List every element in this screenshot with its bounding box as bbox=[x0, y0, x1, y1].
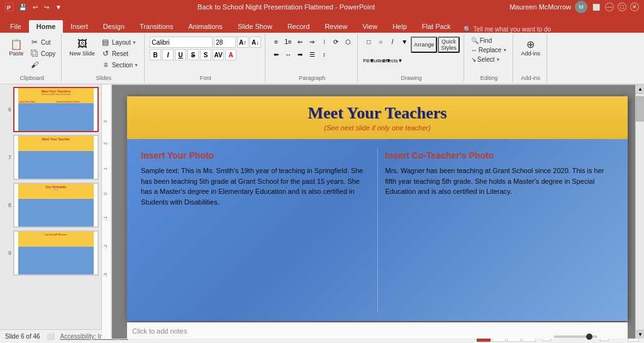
bullets-button[interactable]: ≡ bbox=[270, 37, 282, 47]
new-slide-button[interactable]: 🖼 New Slide bbox=[67, 37, 97, 58]
svg-text:1: 1 bbox=[103, 167, 108, 170]
shapes-row: □ ○ / ▼ Arrange QuickStyles bbox=[363, 37, 460, 53]
slide-7-thumb[interactable]: Meet Your Teacher bbox=[13, 135, 99, 180]
tell-me-box[interactable]: 🔍 Tell me what you want to do bbox=[458, 26, 641, 33]
tab-home[interactable]: Home bbox=[29, 20, 64, 33]
decrease-indent-button[interactable]: ⇐ bbox=[294, 37, 306, 47]
slide-body: Insert Your Photo Sample text: This is M… bbox=[127, 139, 628, 321]
notes-area[interactable]: Click to add notes bbox=[127, 322, 628, 339]
columns-button[interactable]: ⁝ bbox=[318, 37, 330, 47]
tab-insert[interactable]: Insert bbox=[63, 20, 96, 33]
increase-indent-button[interactable]: ⇒ bbox=[306, 37, 318, 47]
oval-button[interactable]: ○ bbox=[375, 37, 386, 47]
tab-slideshow[interactable]: Slide Show bbox=[230, 20, 280, 33]
slide-col2: Insert Co-Teacher's Photo Mrs. Wagner ha… bbox=[378, 145, 622, 315]
tab-view[interactable]: View bbox=[355, 20, 385, 33]
format-painter-button[interactable]: 🖌 bbox=[28, 59, 57, 70]
canvas-area[interactable]: Meet Your Teachers (See next slide if on… bbox=[112, 85, 644, 339]
close-button[interactable]: ✕ bbox=[630, 3, 639, 11]
paste-button[interactable]: 📋 Paste bbox=[6, 37, 26, 58]
slide-9-container: 9 Lunch and Recess bbox=[3, 230, 99, 276]
cut-button[interactable]: ✂ Cut bbox=[28, 37, 57, 48]
tab-animations[interactable]: Animations bbox=[180, 20, 230, 33]
find-button[interactable]: 🔍 Find bbox=[469, 37, 494, 45]
minimize-button[interactable]: — bbox=[605, 3, 614, 11]
shapes-button[interactable]: □ bbox=[363, 37, 374, 47]
reset-button[interactable]: ↺ Reset bbox=[99, 48, 140, 59]
title-bar: P 💾 ↩ ↪ ▼ Back to School Night Presentat… bbox=[0, 0, 644, 14]
decrease-font-button[interactable]: A↓ bbox=[250, 37, 261, 48]
arrange-button[interactable]: Arrange bbox=[411, 37, 437, 53]
v-scroll-up-btn[interactable]: ▲ bbox=[636, 85, 644, 94]
underline-button[interactable]: U bbox=[175, 49, 186, 60]
v-scroll-down-btn[interactable]: ▼ bbox=[636, 330, 644, 339]
increase-font-button[interactable]: A↑ bbox=[237, 37, 248, 48]
user-avatar[interactable]: M bbox=[575, 1, 587, 13]
v-scrollbar[interactable]: ▲ ▼ bbox=[635, 85, 644, 339]
slide-panel[interactable]: 6 Meet Your Teachers (See next slide if … bbox=[0, 84, 102, 329]
align-center-button[interactable]: ↔ bbox=[282, 49, 294, 59]
line-button[interactable]: / bbox=[387, 37, 398, 47]
zoom-thumb[interactable] bbox=[586, 334, 592, 340]
tab-file[interactable]: File bbox=[3, 20, 29, 33]
convert-smartart-button[interactable]: ⬡ bbox=[342, 37, 353, 47]
numbering-button[interactable]: 1≡ bbox=[282, 37, 294, 47]
tab-review[interactable]: Review bbox=[317, 20, 355, 33]
strikethrough-button[interactable]: S bbox=[187, 49, 199, 60]
justify-button[interactable]: ☰ bbox=[306, 49, 318, 59]
qat-redo[interactable]: ↪ bbox=[43, 4, 50, 11]
shape-effects-button[interactable]: Effects▼ bbox=[387, 55, 398, 65]
ribbon-display-options[interactable]: ⬜ bbox=[591, 4, 601, 11]
italic-button[interactable]: I bbox=[162, 49, 174, 60]
tab-help[interactable]: Help bbox=[385, 20, 414, 33]
qat-save[interactable]: 💾 bbox=[18, 4, 28, 11]
accessibility-icon: ⬜ bbox=[47, 333, 54, 340]
new-slide-icon: 🖼 bbox=[76, 38, 89, 50]
replace-button[interactable]: ↔ Replace ▼ bbox=[469, 46, 509, 54]
tab-flatpack[interactable]: Flat Pack bbox=[414, 20, 458, 33]
line-spacing-button[interactable]: ↕ bbox=[318, 49, 330, 59]
slide-8-thumb[interactable]: Our Schedule ⏰ bbox=[13, 183, 99, 228]
font-color-button[interactable]: A bbox=[225, 49, 236, 60]
align-right-button[interactable]: ➡ bbox=[294, 49, 306, 59]
ribbon: 📋 Paste ✂ Cut ⿻ Copy 🖌 Clipboard bbox=[0, 33, 644, 84]
slide-6-thumb[interactable]: Meet Your Teachers (See next slide if on… bbox=[13, 87, 99, 132]
ribbon-tabs: File Home Insert Design Transitions Anim… bbox=[0, 14, 644, 33]
font-row-1: A↑ A↓ bbox=[150, 37, 261, 48]
v-scroll-thumb[interactable] bbox=[636, 96, 644, 121]
qat-undo[interactable]: ↩ bbox=[31, 4, 39, 11]
tab-transitions[interactable]: Transitions bbox=[132, 20, 180, 33]
text-direction-button[interactable]: ⟳ bbox=[330, 37, 341, 47]
layout-button[interactable]: ▤ Layout ▼ bbox=[99, 37, 140, 48]
tab-design[interactable]: Design bbox=[96, 20, 132, 33]
bold-button[interactable]: B bbox=[150, 49, 161, 60]
select-button[interactable]: ↘ Select ▼ bbox=[469, 55, 502, 64]
paste-icon: 📋 bbox=[10, 38, 23, 50]
addins-button[interactable]: ⊕ Add-ins bbox=[518, 37, 543, 58]
copy-button[interactable]: ⿻ Copy bbox=[28, 48, 57, 59]
main-area: 6 Meet Your Teachers (See next slide if … bbox=[0, 84, 644, 329]
copy-icon: ⿻ bbox=[30, 48, 40, 59]
slide-6-container: 6 Meet Your Teachers (See next slide if … bbox=[3, 87, 99, 132]
section-button[interactable]: ≡ Section ▼ bbox=[99, 59, 140, 70]
font-size-input[interactable] bbox=[214, 37, 236, 48]
font-name-input[interactable] bbox=[150, 37, 213, 48]
zoom-slider[interactable] bbox=[553, 335, 597, 338]
user-name: Maureen McMorrow bbox=[509, 3, 571, 11]
col1-header: Insert Your Photo bbox=[141, 150, 370, 160]
addins-icon: ⊕ bbox=[525, 38, 537, 50]
spacing-button[interactable]: AV bbox=[213, 49, 224, 60]
slide-canvas[interactable]: Meet Your Teachers (See next slide if on… bbox=[127, 96, 628, 321]
tab-record[interactable]: Record bbox=[280, 20, 317, 33]
qat-more[interactable]: ▼ bbox=[54, 4, 63, 11]
select-icon: ↘ bbox=[471, 56, 476, 63]
notes-placeholder: Click to add notes bbox=[132, 327, 187, 335]
quick-styles-button[interactable]: QuickStyles bbox=[438, 37, 460, 53]
shapes-gallery-button[interactable]: ▼ bbox=[399, 37, 410, 47]
slide-9-thumb[interactable]: Lunch and Recess bbox=[13, 230, 99, 276]
maximize-button[interactable]: □ bbox=[618, 3, 626, 11]
canvas-row: 3 2 1 0 -1 -2 -3 Meet Your Teachers (See… bbox=[102, 85, 644, 339]
align-left-button[interactable]: ⬅ bbox=[270, 49, 282, 59]
shadow-button[interactable]: S bbox=[200, 49, 211, 60]
slide-subtitle: (See next slide if only one teacher) bbox=[140, 124, 615, 132]
